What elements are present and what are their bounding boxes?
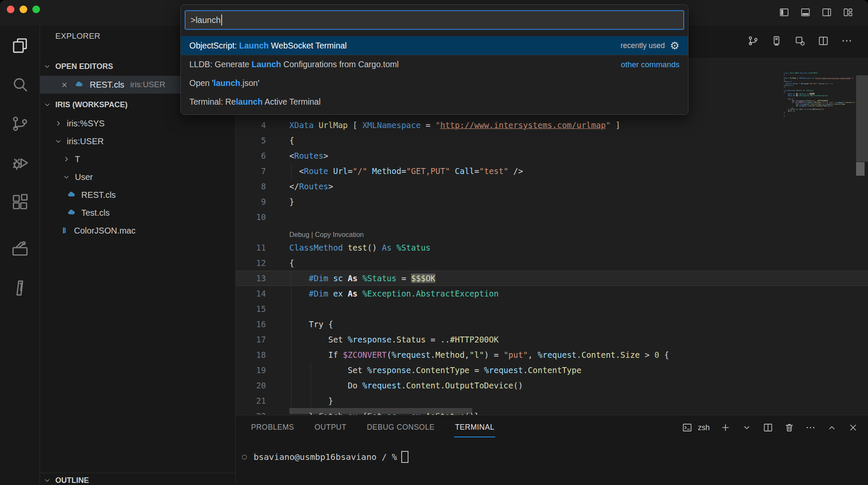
line-number[interactable]: 10 <box>236 212 266 222</box>
tree-item-rest-cls[interactable]: REST.cls <box>40 186 235 204</box>
terminal-prompt-line[interactable]: bsaviano@usmbp16bsaviano / % <box>241 451 408 463</box>
code-line-21[interactable]: 21 } <box>236 393 868 408</box>
source-control-graph-button[interactable] <box>747 35 759 47</box>
tree-item-test-cls[interactable]: Test.cls <box>40 204 235 222</box>
line-number[interactable]: 21 <box>236 396 266 405</box>
code-line-16[interactable]: 16 Try { <box>236 317 868 332</box>
palette-result-1[interactable]: ObjectScript: Launch WebSocket Terminalr… <box>181 36 688 55</box>
line-number[interactable]: 8 <box>236 182 266 191</box>
code-line-12[interactable]: 12{ <box>236 255 868 271</box>
palette-result-3[interactable]: Open 'launch.json' <box>181 74 688 92</box>
horizontal-scrollbar[interactable] <box>289 408 472 414</box>
line-number[interactable]: 7 <box>236 166 266 176</box>
line-number[interactable]: 12 <box>236 258 266 268</box>
code-line-6[interactable]: 6<Routes> <box>236 148 868 163</box>
customize-layout-button[interactable] <box>842 7 854 18</box>
code-line-9[interactable]: 9} <box>236 194 868 209</box>
tree-item-iris-user[interactable]: iris:USER <box>40 132 235 150</box>
line-number[interactable]: 17 <box>236 335 266 344</box>
traffic-lights <box>7 6 40 13</box>
line-number[interactable]: 9 <box>236 197 266 206</box>
activity-item-intersystems-tools[interactable] <box>0 236 40 262</box>
line-number[interactable]: 16 <box>236 320 266 329</box>
palette-result-2[interactable]: LLDB: Generate Launch Configurations fro… <box>181 55 688 74</box>
chevron-down-icon <box>43 101 51 108</box>
workspace-tree: iris:%SYSiris:USERTUserREST.clsTest.clsC… <box>40 114 235 240</box>
codelens-debug-link[interactable]: Debug <box>289 231 309 239</box>
activity-item-objectscript[interactable] <box>0 275 40 301</box>
line-number[interactable]: 15 <box>236 304 266 314</box>
minimap[interactable]: Class User.REST Extends %CSP.REST{ XData… <box>784 72 854 191</box>
outline-header[interactable]: OUTLINE <box>40 473 236 485</box>
code-line-7[interactable]: 7 <Route Url="/" Method="GET,PUT" Call="… <box>236 163 868 179</box>
line-number[interactable]: 19 <box>236 365 266 375</box>
toggle-primary-sidebar-button[interactable] <box>779 7 790 18</box>
activity-item-explorer[interactable] <box>0 33 40 58</box>
line-number[interactable]: 14 <box>236 289 266 298</box>
panel-tab-problems[interactable]: PROBLEMS <box>250 419 295 437</box>
chevron-down-icon <box>43 63 51 70</box>
code-line-17[interactable]: 17 Set %response.Status = ..#HTTP200OK <box>236 332 868 347</box>
line-number[interactable]: 22 <box>236 411 266 415</box>
vertical-scrollbar[interactable] <box>856 75 868 162</box>
maximize-panel-button[interactable] <box>826 422 837 433</box>
line-number[interactable]: 4 <box>236 120 266 130</box>
class-file-icon <box>67 208 76 217</box>
code-line-18[interactable]: 18 If $ZCONVERT(%request.Method,"l") = "… <box>236 347 868 362</box>
activity-item-source-control[interactable] <box>0 111 40 137</box>
tree-item-colorjson-mac[interactable]: ColorJSON.mac <box>40 222 235 240</box>
close-button[interactable] <box>7 6 14 13</box>
other-commands-link[interactable]: other commands <box>621 60 680 69</box>
launch-profile-chevron-button[interactable] <box>741 422 752 433</box>
close-icon[interactable] <box>60 81 69 89</box>
command-palette-input[interactable]: >launch <box>185 10 684 30</box>
terminal-icon[interactable] <box>682 422 693 433</box>
class-file-icon <box>67 190 76 200</box>
line-number[interactable]: 6 <box>236 151 266 160</box>
palette-result-4[interactable]: Terminal: Relaunch Active Terminal <box>181 92 688 111</box>
line-number[interactable]: 5 <box>236 136 266 145</box>
chevron-down-icon <box>43 476 51 484</box>
line-number[interactable]: 20 <box>236 381 266 390</box>
toggle-panel-button[interactable] <box>800 7 811 18</box>
code-line-8[interactable]: 8</Routes> <box>236 179 868 194</box>
code-line-13[interactable]: 13 #Dim sc As %Status = $$$OK <box>236 271 868 286</box>
gear-icon[interactable]: ⚙ <box>670 40 680 51</box>
panel-tab-terminal[interactable]: TERMINAL <box>454 419 495 437</box>
code-line-10[interactable]: 10 <box>236 209 868 225</box>
activity-item-search[interactable] <box>0 72 40 97</box>
line-number[interactable]: 11 <box>236 243 266 252</box>
code-line-11[interactable]: 11ClassMethod test() As %Status <box>236 240 868 255</box>
close-panel-button[interactable] <box>848 422 859 433</box>
shell-label[interactable]: zsh <box>698 423 710 432</box>
split-editor-button[interactable] <box>817 35 829 47</box>
panel-tab-debug-console[interactable]: DEBUG CONSOLE <box>366 419 435 437</box>
codelens-copy-invocation-link[interactable]: Copy Invocation <box>315 231 364 239</box>
more-actions-button[interactable] <box>841 35 853 47</box>
minimize-button[interactable] <box>20 6 27 13</box>
activity-item-extensions[interactable] <box>0 189 40 215</box>
activity-item-run-and-debug[interactable] <box>0 150 40 176</box>
tree-item-t[interactable]: T <box>40 150 235 168</box>
split-terminal-button[interactable] <box>762 422 774 433</box>
code-line-14[interactable]: 14 #Dim ex As %Exception.AbstractExcepti… <box>236 286 868 301</box>
tree-item-user[interactable]: User <box>40 168 235 186</box>
line-number[interactable]: 18 <box>236 350 266 359</box>
zoom-button[interactable] <box>32 6 40 13</box>
kill-terminal-button[interactable] <box>784 422 795 433</box>
code-line-19[interactable]: 19 Set %response.ContentType = %request.… <box>236 362 868 378</box>
code-line-4[interactable]: 4XData UrlMap [ XMLNamespace = "http://w… <box>236 117 868 133</box>
open-changes-button[interactable] <box>794 35 806 47</box>
line-number[interactable]: 13 <box>236 274 266 283</box>
tree-item-iris-sys[interactable]: iris:%SYS <box>40 114 235 132</box>
more-actions-button[interactable] <box>805 422 816 433</box>
command-palette-results: ObjectScript: Launch WebSocket Terminalr… <box>181 34 688 111</box>
server-connection-button[interactable] <box>771 35 782 47</box>
panel-tabs: PROBLEMSOUTPUTDEBUG CONSOLETERMINAL <box>250 419 495 437</box>
code-line-20[interactable]: 20 Do %request.Content.OutputToDevice() <box>236 378 868 393</box>
toggle-secondary-sidebar-button[interactable] <box>821 7 832 18</box>
code-line-5[interactable]: 5{ <box>236 133 868 148</box>
panel-tab-output[interactable]: OUTPUT <box>314 419 347 437</box>
code-line-15[interactable]: 15 <box>236 301 868 317</box>
new-terminal-button[interactable] <box>720 422 731 433</box>
